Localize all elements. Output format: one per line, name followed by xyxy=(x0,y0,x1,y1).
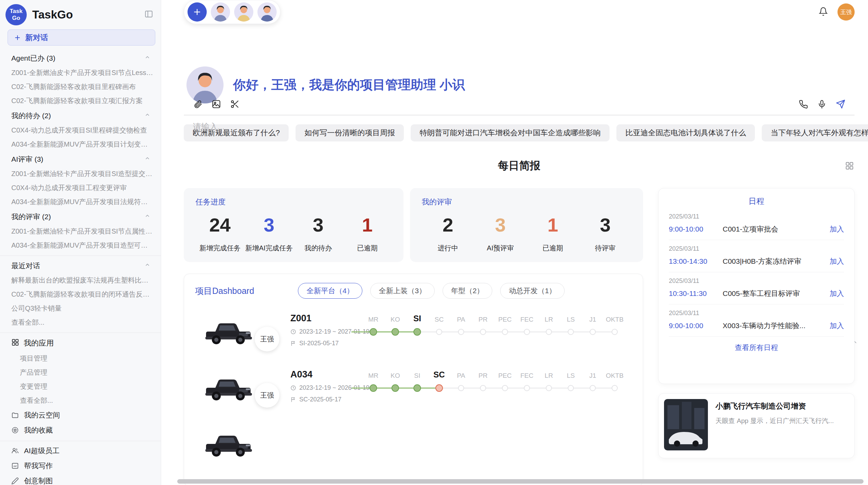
sidebar-item-favorites[interactable]: 我的收藏 xyxy=(0,423,161,438)
sidebar-section-ai-review[interactable]: AI评审 (3) xyxy=(0,151,161,167)
new-chat-label: 新对话 xyxy=(25,33,48,43)
section-label: 我的应用 xyxy=(24,338,54,348)
sidebar-task-item[interactable]: Z001-全新燃油皮卡产品开发项目SI节点Lesson Learn报告 xyxy=(0,66,161,80)
send-icon[interactable] xyxy=(836,99,845,109)
section-label: 最近对话 xyxy=(11,261,40,271)
sidebar-app-item[interactable]: 产品管理 xyxy=(0,365,161,380)
stat: 3 我的待办 xyxy=(294,214,343,253)
image-upload-icon[interactable] xyxy=(212,99,221,109)
sidebar-section-my-apps[interactable]: 我的应用 xyxy=(0,335,161,351)
event-date: 2025/03/11 xyxy=(669,310,844,317)
chevron-up-icon xyxy=(144,262,150,270)
milestone-label: MR xyxy=(362,372,384,380)
view-all-schedule-link[interactable]: 查看所有日程 xyxy=(669,337,844,352)
greeting-text: 你好，王强，我是你的项目管理助理 小识 xyxy=(233,76,465,94)
news-card[interactable]: 小鹏飞行汽车制造公司增资 天眼查 App 显示，近日广州汇天飞行汽... xyxy=(658,393,855,458)
milestone-label: PR xyxy=(472,372,494,380)
chat-input[interactable] xyxy=(193,122,845,132)
flag-icon xyxy=(290,340,296,346)
divider xyxy=(0,441,161,441)
sidebar-app-item[interactable]: 项目管理 xyxy=(0,351,161,365)
agent-avatar[interactable] xyxy=(257,2,277,22)
users-icon xyxy=(11,447,19,455)
project-dashboard-card: 项目Dashboard 全新平台（4）全新上装（3）年型（2）动总开发（1） 王… xyxy=(184,274,643,485)
agent-avatar[interactable] xyxy=(234,2,253,22)
logo-text-top: Task xyxy=(10,8,23,15)
dashboard-tab[interactable]: 全新上装（3） xyxy=(370,283,435,299)
apps-list: 项目管理产品管理变更管理查看全部... xyxy=(0,351,161,408)
join-link[interactable]: 加入 xyxy=(830,224,844,234)
sidebar-recent-item[interactable]: 查看全部... xyxy=(0,315,161,329)
user-avatar[interactable]: 王强 xyxy=(837,3,855,21)
dashboard-tab[interactable]: 动总开发（1） xyxy=(500,283,565,299)
sidebar-section-my-todo[interactable]: 我的待办 (2) xyxy=(0,108,161,123)
voice-call-icon[interactable] xyxy=(799,100,808,109)
chat-input-box[interactable] xyxy=(184,115,855,115)
daily-briefing-title: 每日简报 xyxy=(498,159,541,173)
notification-bell-icon[interactable] xyxy=(819,7,828,17)
microphone-icon[interactable] xyxy=(817,100,827,109)
sidebar-task-item[interactable]: C02-飞腾新能源轻客改款项目里程碑画布 xyxy=(0,80,161,94)
milestone-label: PEC xyxy=(494,372,516,380)
plus-icon xyxy=(14,34,21,41)
sidebar-task-item[interactable]: C02-飞腾新能源轻客改款项目立项汇报方案 xyxy=(0,94,161,108)
sidebar-section-agent-done[interactable]: Agent已办 (3) xyxy=(0,50,161,66)
add-agent-button[interactable] xyxy=(188,2,207,22)
sidebar-task-item[interactable]: C0X4-动力总成开发项目工程变更评审 xyxy=(0,181,161,195)
milestone-dot xyxy=(604,328,626,336)
sidebar-app-item[interactable]: 变更管理 xyxy=(0,380,161,394)
news-image xyxy=(664,399,708,450)
stat-label: 已逾期 xyxy=(527,244,579,253)
join-link[interactable]: 加入 xyxy=(830,289,844,298)
milestone-label: LS xyxy=(560,372,582,380)
sidebar-item-ai-employee[interactable]: AI超级员工 xyxy=(0,443,161,458)
sidebar-recent-item[interactable]: C02-飞腾新能源轻客改款项目的闭环通告反馈情况 xyxy=(0,287,161,301)
sidebar-item-creative-drawing[interactable]: 创意制图 xyxy=(0,473,161,485)
sidebar-task-item[interactable]: A034-全新新能源MUV产品开发项目造型可行性评审 xyxy=(0,238,161,252)
content-columns: 任务进度 24 新增完成任务 3 新增AI xyxy=(184,188,855,485)
horizontal-scrollbar[interactable] xyxy=(177,479,864,484)
milestone-label: SC xyxy=(428,370,450,380)
new-chat-button[interactable]: 新对话 xyxy=(8,29,155,46)
sidebar-task-item[interactable]: Z001-全新燃油轻卡产品开发项目SI节点属性5D文件评审 xyxy=(0,224,161,238)
image-pen-icon xyxy=(11,462,19,470)
stat-value: 3 xyxy=(579,214,631,236)
sidebar-task-item[interactable]: A034-全新新能源MUV产品开发项目计划变更表编写 xyxy=(0,137,161,151)
project-name: Z001 xyxy=(290,313,370,324)
milestone-label: J1 xyxy=(582,316,604,323)
stat: 3 新增AI完成任务 xyxy=(244,214,293,253)
sidebar-item-writing-helper[interactable]: 帮我写作 xyxy=(0,458,161,473)
sidebar-section-my-review[interactable]: 我的评审 (2) xyxy=(0,209,161,224)
sidebar-app-item[interactable]: 查看全部... xyxy=(0,394,161,408)
screenshot-scissors-icon[interactable] xyxy=(230,99,240,109)
sidebar-task-item[interactable]: C0X4-动力总成开发项目SI里程碑提交物检查 xyxy=(0,123,161,137)
join-link[interactable]: 加入 xyxy=(830,321,844,331)
sidebar-task-item[interactable]: Z001-全新燃油轻卡产品开发项目SI造型提交物评审 xyxy=(0,167,161,181)
card-title: 我的评审 xyxy=(422,197,631,207)
milestone-label: LR xyxy=(538,372,560,380)
layout-grid-icon[interactable] xyxy=(845,161,854,172)
milestone-label: PR xyxy=(472,316,494,323)
milestone-label: FEC xyxy=(516,372,538,380)
milestone-label: SI xyxy=(406,372,428,380)
sidebar-recent-item[interactable]: 公司Q3轻卡销量 xyxy=(0,301,161,315)
schedule-event: 2025/03/11 9:00-10:00 X003-车辆动力学性能验... 加… xyxy=(669,304,844,337)
dashboard-tab[interactable]: 年型（2） xyxy=(443,283,493,299)
dashboard-tab[interactable]: 全新平台（4） xyxy=(298,283,362,299)
sidebar-recent-item[interactable]: 解释最新出台的欧盟报废车法规再生塑料比例被调至15%... xyxy=(0,273,161,287)
sidebar-section-recent[interactable]: 最近对话 xyxy=(0,258,161,273)
right-rail: 日程 2025/03/11 9:00-10:00 C001-立项审批会 加入 xyxy=(658,188,855,485)
stat-columns: 24 新增完成任务 3 新增AI完成任务 3 xyxy=(195,214,392,253)
favorites-label: 我的收藏 xyxy=(24,425,53,435)
agent-avatar[interactable] xyxy=(211,2,230,22)
hero-row: 你好，王强，我是你的项目管理助理 小识 xyxy=(184,66,855,103)
attach-icon[interactable] xyxy=(193,99,203,109)
stat-value: 2 xyxy=(422,214,474,236)
sidebar-collapse-icon[interactable] xyxy=(144,10,153,20)
project-row[interactable]: 王强 Z001 2023-12-19 ~ 2027-01-19 SI-2025-… xyxy=(195,312,632,355)
sidebar-item-cloud-space[interactable]: 我的云空间 xyxy=(0,408,161,423)
sidebar-task-item[interactable]: A034-全新新能源MUV产品开发项目法规符合性评审 xyxy=(0,195,161,209)
project-flag-milestone: SI-2025-05-17 xyxy=(290,340,370,347)
join-link[interactable]: 加入 xyxy=(830,257,844,266)
project-row[interactable]: 王强 A034 2023-12-19 ~ 2026-01-19 SC-2025-… xyxy=(195,369,632,411)
